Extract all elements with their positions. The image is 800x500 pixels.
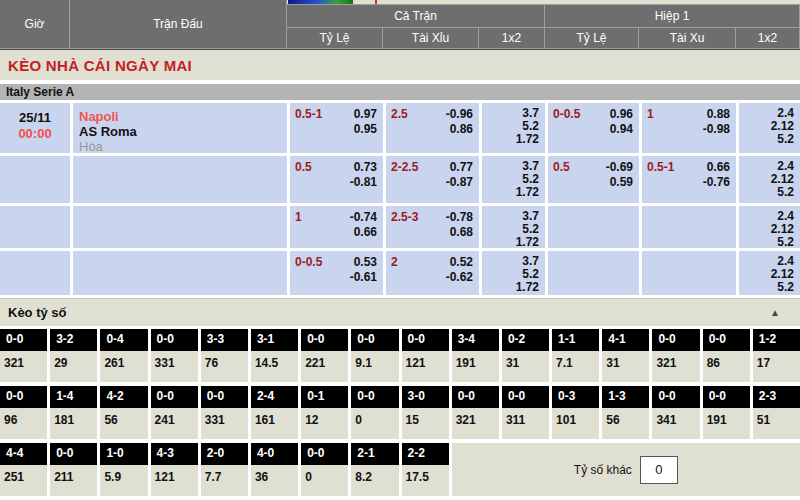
score-odds-cell[interactable]: 0 [351, 408, 398, 439]
score-odds-cell[interactable]: 261 [100, 351, 147, 382]
score-odds-cell[interactable]: 121 [402, 351, 449, 382]
score-odds-cell[interactable]: 29 [50, 351, 97, 382]
ft-handicap-cell[interactable]: 0-0.50.53-0.61 [290, 251, 383, 295]
ft-1x2-cell[interactable]: 3.75.21.72 [482, 251, 545, 295]
score-odds-cell[interactable]: 96 [0, 408, 47, 439]
odds-top-value: 0.97 [354, 107, 377, 122]
odds-line-label: 1 [642, 103, 654, 153]
score-odds-cell[interactable]: 181 [50, 408, 97, 439]
h1-handicap-cell[interactable] [548, 251, 639, 295]
score-odds-cell[interactable]: 56 [602, 408, 649, 439]
score-odds-cell[interactable]: 51 [753, 408, 800, 439]
h1-overunder-cell[interactable]: 10.88-0.98 [642, 103, 736, 153]
odds-top-value: -0.69 [606, 160, 633, 175]
header-h1-overunder: Tài Xu [639, 28, 736, 49]
ft-overunder-cell[interactable]: 20.52-0.62 [386, 251, 479, 295]
odds-top-value: -0.74 [350, 210, 377, 225]
score-odds-cell[interactable]: 7.1 [552, 351, 599, 382]
odds-line-label [548, 206, 553, 248]
score-odds-cell[interactable]: 331 [201, 408, 248, 439]
time-cell [0, 251, 70, 295]
score-odds-cell[interactable]: 56 [100, 408, 147, 439]
ft-handicap-cell[interactable]: 0.5-10.970.95 [290, 103, 383, 153]
collapse-icon[interactable]: ▲ [770, 307, 780, 318]
h1-handicap-cell[interactable] [548, 206, 639, 248]
score-odds-cell[interactable]: 191 [452, 351, 499, 382]
score-odds-cell[interactable]: 15 [402, 408, 449, 439]
odds-table: 25/1100:00NapoliAS RomaHòa0.5-10.970.952… [0, 100, 800, 295]
odds-values: 0.73-0.81 [350, 156, 383, 203]
header-ft-overunder: Tài Xỉu [383, 28, 479, 49]
score-odds-cell[interactable]: 241 [151, 408, 198, 439]
score-odds-cell[interactable]: 101 [552, 408, 599, 439]
score-odds-cell[interactable]: 251 [0, 465, 47, 496]
h1-handicap-cell[interactable]: 0-0.50.960.94 [548, 103, 639, 153]
odds-row: 1-0.740.662.5-3-0.780.683.75.21.722.42.1… [0, 206, 800, 248]
ft-overunder-cell[interactable]: 2.5-0.960.86 [386, 103, 479, 153]
score-cell: 2-4 [251, 386, 298, 408]
odds-line-label: 1 [290, 206, 302, 248]
score-cell: 4-3 [151, 443, 198, 465]
score-odds-cell[interactable]: 14.5 [251, 351, 298, 382]
score-cell: 0-0 [201, 386, 248, 408]
score-odds-cell[interactable]: 31 [602, 351, 649, 382]
x2-value: 5.2 [739, 236, 794, 248]
score-odds-cell[interactable]: 36 [251, 465, 298, 496]
ft-1x2-cell[interactable]: 3.75.21.72 [482, 156, 545, 203]
score-cell: 4-0 [251, 443, 298, 465]
ft-handicap-cell[interactable]: 1-0.740.66 [290, 206, 383, 248]
time-cell [0, 156, 70, 203]
h1-1x2-cell[interactable]: 2.42.125.2 [739, 251, 800, 295]
score-odds-cell[interactable]: 321 [452, 408, 499, 439]
h1-1x2-cell[interactable]: 2.42.125.2 [739, 103, 800, 153]
score-odds-cell[interactable]: 321 [0, 351, 47, 382]
score-cell: 0-0 [151, 386, 198, 408]
score-pair: 4-40-01-04-32-04-00-02-12-22512115.91217… [0, 443, 800, 496]
score-cell: 0-3 [552, 386, 599, 408]
ft-1x2-cell[interactable]: 3.75.21.72 [482, 206, 545, 248]
score-odds-cell[interactable]: 31 [502, 351, 549, 382]
score-cell: 0-0 [402, 329, 449, 351]
score-odds-cell[interactable]: 0 [301, 465, 348, 496]
ft-overunder-cell[interactable]: 2-2.50.77-0.87 [386, 156, 479, 203]
score-odds-cell[interactable]: 161 [251, 408, 298, 439]
h1-1x2-cell[interactable]: 2.42.125.2 [739, 206, 800, 248]
score-odds-cell[interactable]: 12 [301, 408, 348, 439]
score-odds-cell[interactable]: 341 [652, 408, 699, 439]
score-odds-cell[interactable]: 221 [301, 351, 348, 382]
score-odds-cell[interactable]: 7.7 [201, 465, 248, 496]
score-odds-cell[interactable]: 86 [703, 351, 750, 382]
match-teams-cell [73, 251, 287, 295]
match-teams-cell: NapoliAS RomaHòa [73, 103, 287, 153]
score-odds-cell[interactable]: 211 [50, 465, 97, 496]
score-odds-cell[interactable]: 17.5 [402, 465, 449, 496]
score-cell: 0-0 [0, 386, 47, 408]
score-odds-cell[interactable]: 5.9 [100, 465, 147, 496]
score-odds-cell[interactable]: 331 [151, 351, 198, 382]
ft-1x2-cell[interactable]: 3.75.21.72 [482, 103, 545, 153]
time-cell: 25/1100:00 [0, 103, 70, 153]
h1-handicap-cell[interactable]: 0.5-0.690.59 [548, 156, 639, 203]
h1-1x2-cell[interactable]: 2.42.125.2 [739, 156, 800, 203]
score-odds-cell[interactable]: 321 [652, 351, 699, 382]
score-odds-cell[interactable]: 9.1 [351, 351, 398, 382]
h1-overunder-cell[interactable] [642, 206, 736, 248]
score-cell: 4-4 [0, 443, 47, 465]
ft-handicap-cell[interactable]: 0.50.73-0.81 [290, 156, 383, 203]
other-score-input[interactable]: 0 [640, 456, 678, 484]
score-odds-cell[interactable]: 191 [703, 408, 750, 439]
h1-overunder-cell[interactable]: 0.5-10.66-0.76 [642, 156, 736, 203]
match-teams-cell [73, 206, 287, 248]
header-ft-handicap: Tỷ Lệ [287, 28, 383, 49]
match-teams-cell [73, 156, 287, 203]
score-odds-cell[interactable]: 121 [151, 465, 198, 496]
score-odds-cell[interactable]: 76 [201, 351, 248, 382]
score-odds-cell[interactable]: 8.2 [351, 465, 398, 496]
ft-overunder-cell[interactable]: 2.5-3-0.780.68 [386, 206, 479, 248]
score-pair: 0-01-44-20-00-02-40-10-03-00-00-00-31-30… [0, 386, 800, 439]
h1-overunder-cell[interactable] [642, 251, 736, 295]
score-odds-cell[interactable]: 17 [753, 351, 800, 382]
odds-top-value: 0.52 [446, 255, 473, 270]
score-odds-cell[interactable]: 311 [502, 408, 549, 439]
odds-values [633, 251, 639, 295]
